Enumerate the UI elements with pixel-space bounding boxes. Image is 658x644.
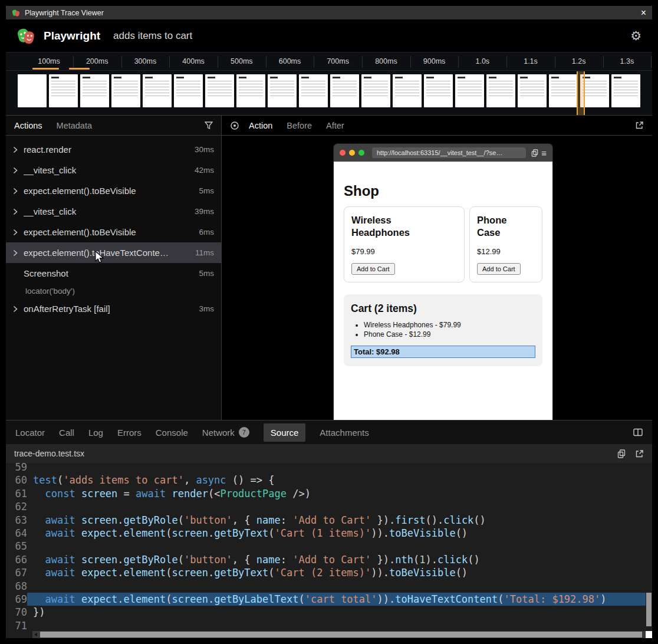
copy-icon[interactable] xyxy=(617,449,626,458)
filmstrip-thumbnail[interactable] xyxy=(455,74,484,107)
tab-label: Network xyxy=(202,428,235,438)
layout-columns-icon[interactable] xyxy=(633,428,643,436)
line-number: 64 xyxy=(13,527,27,540)
details-tab-network[interactable]: Network7 xyxy=(202,427,249,438)
code-line: 70}) xyxy=(6,606,652,619)
copy-url-icon[interactable] xyxy=(531,149,538,157)
action-item[interactable]: react.render30ms xyxy=(6,139,221,160)
timeline-action-marker xyxy=(69,68,90,70)
details-tab-attachments[interactable]: Attachments xyxy=(320,428,369,438)
cart-panel: Cart (2 items) Wireless Headphones - $79… xyxy=(344,294,542,366)
expand-chevron-icon[interactable] xyxy=(13,229,18,236)
details-tab-locator[interactable]: Locator xyxy=(15,428,45,438)
cart-total: Total: $92.98 xyxy=(351,346,535,358)
line-number: 70 xyxy=(13,606,27,619)
expand-chevron-icon[interactable] xyxy=(13,146,18,153)
filmstrip-thumbnail[interactable] xyxy=(393,74,422,107)
filmstrip-thumbnail[interactable] xyxy=(205,74,234,107)
tab-metadata[interactable]: Metadata xyxy=(57,121,92,130)
details-tab-log[interactable]: Log xyxy=(88,428,103,438)
scroll-left-arrow-icon[interactable] xyxy=(34,633,37,636)
action-item[interactable]: __vitest_click39ms xyxy=(6,201,221,222)
source-file-bar: trace-demo.test.tsx xyxy=(6,444,652,463)
timeline-selection-band[interactable] xyxy=(577,71,585,115)
horizontal-scrollbar[interactable] xyxy=(32,631,646,638)
filmstrip-thumbnail[interactable] xyxy=(299,74,328,107)
filmstrip-thumbnail[interactable] xyxy=(330,74,359,107)
main-split: ActionsMetadata react.render30ms__vitest… xyxy=(6,116,652,420)
vertical-scrollbar[interactable] xyxy=(646,463,652,631)
action-item[interactable]: Screenshot5ms xyxy=(6,263,221,284)
filmstrip-thumbnail[interactable] xyxy=(18,74,47,107)
expand-chevron-icon[interactable] xyxy=(13,208,18,215)
tab-actions[interactable]: Actions xyxy=(14,121,42,130)
filmstrip-thumbnail[interactable] xyxy=(143,74,172,107)
code-text: await expect.element(screen.getByText('C… xyxy=(27,566,652,579)
horizontal-scrollbar-thumb[interactable] xyxy=(40,632,642,638)
filmstrip-thumbnail[interactable] xyxy=(518,74,547,107)
open-external-icon[interactable] xyxy=(635,121,644,130)
action-duration: 5ms xyxy=(199,186,214,195)
expand-chevron-icon[interactable] xyxy=(13,188,18,195)
details-tab-call[interactable]: Call xyxy=(59,428,74,438)
timeline[interactable]: 100ms200ms300ms400ms500ms600ms700ms800ms… xyxy=(6,52,652,116)
code-line: 71 xyxy=(6,619,652,632)
filmstrip-thumbnail[interactable] xyxy=(236,74,265,107)
filmstrip-thumbnail[interactable] xyxy=(268,74,297,107)
filmstrip-thumbnail[interactable] xyxy=(361,74,390,107)
window-titlebar[interactable]: Playwright Trace Viewer × xyxy=(6,6,652,19)
details-tab-source[interactable]: Source xyxy=(264,423,306,442)
expand-chevron-icon[interactable] xyxy=(13,249,18,257)
window-close-button[interactable]: × xyxy=(641,8,646,18)
timeline-tick-label: 200ms xyxy=(86,57,108,65)
action-item[interactable]: expect.element().toBeVisible6ms xyxy=(6,222,221,242)
timeline-tick-label: 900ms xyxy=(423,57,446,65)
filmstrip-thumbnail[interactable] xyxy=(49,74,78,107)
filmstrip-thumbnail[interactable] xyxy=(174,74,203,107)
snapshot-tab-before[interactable]: Before xyxy=(287,121,312,130)
tab-label: After xyxy=(326,121,344,130)
add-to-cart-button[interactable]: Add to Cart xyxy=(477,263,521,275)
expand-chevron-icon[interactable] xyxy=(13,305,18,313)
timeline-gridline xyxy=(218,56,218,68)
expand-chevron-icon[interactable] xyxy=(13,167,18,174)
action-item[interactable]: expect.element().toHaveTextConte…11ms xyxy=(6,242,221,263)
snapshot-tab-after[interactable]: After xyxy=(326,121,344,130)
product-name: Wireless Headphones xyxy=(351,214,425,239)
line-number: 66 xyxy=(13,553,27,566)
timeline-tick-label: 1.1s xyxy=(524,57,538,65)
code-text xyxy=(27,540,652,553)
tab-label: Metadata xyxy=(57,121,92,130)
action-duration: 30ms xyxy=(195,145,214,154)
filmstrip-thumbnail[interactable] xyxy=(549,74,578,107)
timeline-ticks: 100ms200ms300ms400ms500ms600ms700ms800ms… xyxy=(6,52,652,71)
add-to-cart-button[interactable]: Add to Cart xyxy=(351,263,395,275)
filmstrip-thumbnail[interactable] xyxy=(80,74,109,107)
details-tab-console[interactable]: Console xyxy=(156,428,188,438)
settings-gear-icon[interactable]: ⚙ xyxy=(630,29,641,42)
menu-icon[interactable]: ≡ xyxy=(541,149,547,157)
action-item[interactable]: onAfterRetryTask [fail]3ms xyxy=(6,298,221,319)
filmstrip xyxy=(18,74,640,107)
pick-locator-target-icon[interactable] xyxy=(230,121,239,130)
shop-heading: Shop xyxy=(344,183,542,199)
filmstrip-thumbnail[interactable] xyxy=(486,74,515,107)
code-line: 60test('adds items to cart', async () =>… xyxy=(6,474,652,487)
filter-icon[interactable] xyxy=(205,121,213,129)
open-external-icon[interactable] xyxy=(635,449,644,458)
line-number: 65 xyxy=(13,540,27,553)
cart-title: Cart (2 items) xyxy=(351,303,535,315)
details-tab-errors[interactable]: Errors xyxy=(117,428,142,438)
app-header: Playwright adds items to cart ⚙ xyxy=(6,19,652,52)
filmstrip-thumbnail[interactable] xyxy=(611,74,640,107)
action-item[interactable]: expect.element().toBeVisible5ms xyxy=(6,180,221,201)
tab-label: Call xyxy=(59,428,74,438)
action-item[interactable]: __vitest_click42ms xyxy=(6,160,221,180)
details-panel: LocatorCallLogErrorsConsoleNetwork7Sourc… xyxy=(6,420,652,638)
vertical-scrollbar-thumb[interactable] xyxy=(646,593,652,626)
filmstrip-thumbnail[interactable] xyxy=(111,74,140,107)
code-text xyxy=(27,619,652,632)
snapshot-tab-action[interactable]: Action xyxy=(249,121,272,130)
action-duration: 5ms xyxy=(199,269,214,278)
filmstrip-thumbnail[interactable] xyxy=(424,74,453,107)
